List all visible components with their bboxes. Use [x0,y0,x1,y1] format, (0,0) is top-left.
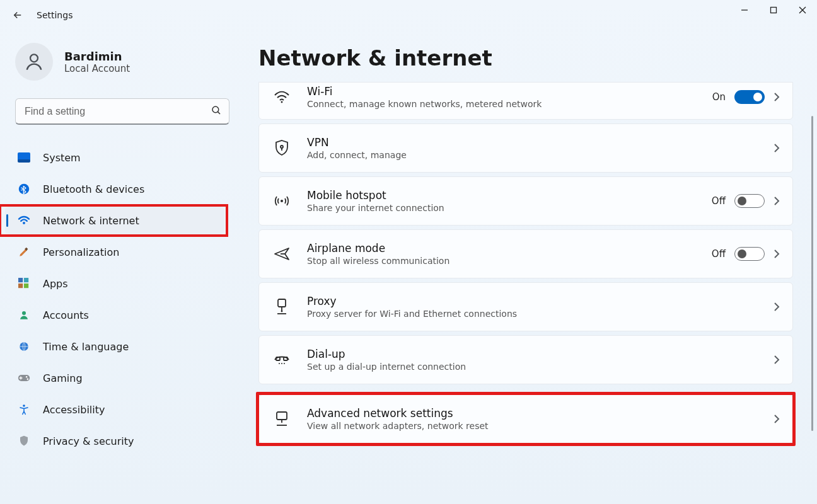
svg-rect-14 [18,284,23,288]
sidebar-item-label: Gaming [43,372,83,384]
scrollbar[interactable] [811,116,813,431]
chevron-right-icon [774,302,780,312]
svg-rect-25 [278,299,286,307]
chevron-right-icon [774,92,780,102]
brush-icon [18,246,30,258]
search-wrap [15,98,229,125]
svg-point-5 [212,106,219,113]
sidebar-item-label: Privacy & security [43,435,134,447]
sidebar-item-accounts[interactable]: Accounts [5,301,224,329]
wifi-icon [18,214,30,227]
svg-rect-1 [771,8,777,13]
panel-hotspot[interactable]: Mobile hotspot Share your internet conne… [258,176,793,226]
airplane-state-label: Off [712,248,726,260]
chevron-right-icon [774,196,780,206]
panel-dialup[interactable]: Dial-up Set up a dial-up internet connec… [258,335,793,384]
panel-vpn[interactable]: VPN Add, connect, manage [258,123,793,173]
sidebar: Bardimin Local Account System Bluetooth … [0,30,240,504]
panel-title: Mobile hotspot [307,189,695,202]
svg-rect-27 [276,357,280,360]
svg-rect-32 [277,412,287,420]
panel-title: Wi-Fi [307,85,696,98]
svg-point-9 [19,184,30,195]
sidebar-item-label: System [43,152,81,164]
panel-title: Proxy [307,295,757,307]
hotspot-toggle[interactable] [734,194,765,208]
panel-airplane[interactable]: Airplane mode Stop all wireless communic… [258,229,793,278]
gaming-icon [18,372,30,384]
sidebar-item-gaming[interactable]: Gaming [5,364,224,392]
svg-point-21 [23,404,25,407]
shield-icon [18,435,30,447]
sidebar-item-privacy[interactable]: Privacy & security [5,427,224,455]
sidebar-item-bluetooth[interactable]: Bluetooth & devices [5,175,224,203]
sidebar-item-label: Bluetooth & devices [43,183,144,195]
vpn-icon [273,140,291,156]
close-button[interactable] [788,0,817,20]
svg-point-31 [284,363,285,364]
chevron-right-icon [774,143,780,153]
panel-subtitle: Set up a dial-up internet connection [307,362,757,372]
window-controls [730,0,817,20]
chevron-right-icon [774,414,780,424]
svg-point-10 [23,222,25,224]
wifi-icon [273,91,291,103]
sidebar-item-personalization[interactable]: Personalization [5,238,224,266]
chevron-right-icon [774,249,780,259]
sidebar-item-time-language[interactable]: Time & language [5,333,224,360]
panel-proxy[interactable]: Proxy Proxy server for Wi-Fi and Etherne… [258,282,793,331]
sidebar-item-network[interactable]: Network & internet [5,207,224,234]
panel-subtitle: Add, connect, manage [307,150,757,160]
panel-title: Advanced network settings [307,407,757,420]
sidebar-item-label: Apps [43,278,68,290]
svg-point-24 [281,200,283,202]
sidebar-item-label: Personalization [43,246,119,258]
svg-point-22 [281,101,283,103]
svg-point-23 [281,146,283,148]
panel-subtitle: Proxy server for Wi-Fi and Ethernet conn… [307,309,757,319]
nav-list: System Bluetooth & devices Network & int… [5,144,224,455]
avatar [15,43,53,81]
wifi-state-label: On [712,91,726,103]
main-content: Network & internet Wi-Fi Connect, manage… [240,30,817,504]
title-bar: Settings [0,0,817,30]
sidebar-item-apps[interactable]: Apps [5,270,224,297]
svg-point-20 [27,378,29,380]
svg-point-4 [30,54,38,62]
minimize-button[interactable] [730,0,759,20]
svg-line-6 [217,112,220,114]
svg-point-16 [22,311,26,315]
wifi-toggle[interactable] [734,90,765,104]
svg-point-30 [281,363,282,364]
panel-subtitle: Connect, manage known networks, metered … [307,99,696,109]
panel-subtitle: View all network adapters, network reset [307,421,757,431]
panel-subtitle: Stop all wireless communication [307,256,695,266]
account-icon [18,309,30,321]
sidebar-item-system[interactable]: System [5,144,224,171]
svg-rect-13 [24,278,28,282]
panel-advanced-network[interactable]: Advanced network settings View all netwo… [258,394,793,444]
apps-icon [18,277,30,290]
maximize-button[interactable] [759,0,788,20]
panel-title: Airplane mode [307,242,695,255]
search-input[interactable] [15,98,229,125]
back-button[interactable] [5,3,30,28]
dialup-icon [273,353,291,366]
hotspot-state-label: Off [712,195,726,207]
user-block[interactable]: Bardimin Local Account [15,43,240,81]
user-name: Bardimin [64,50,130,63]
panel-title: Dial-up [307,348,757,360]
globe-icon [18,340,30,353]
sidebar-item-accessibility[interactable]: Accessibility [5,396,224,423]
network-settings-icon [273,411,291,427]
panel-wifi[interactable]: Wi-Fi Connect, manage known networks, me… [258,82,793,120]
svg-point-19 [26,376,28,378]
sidebar-item-label: Network & internet [43,215,139,227]
svg-rect-8 [18,159,30,163]
airplane-toggle[interactable] [734,247,765,261]
panel-list: Wi-Fi Connect, manage known networks, me… [258,82,793,444]
chevron-right-icon [774,355,780,365]
page-title: Network & internet [258,45,804,71]
system-icon [18,151,30,164]
svg-rect-15 [24,284,28,288]
